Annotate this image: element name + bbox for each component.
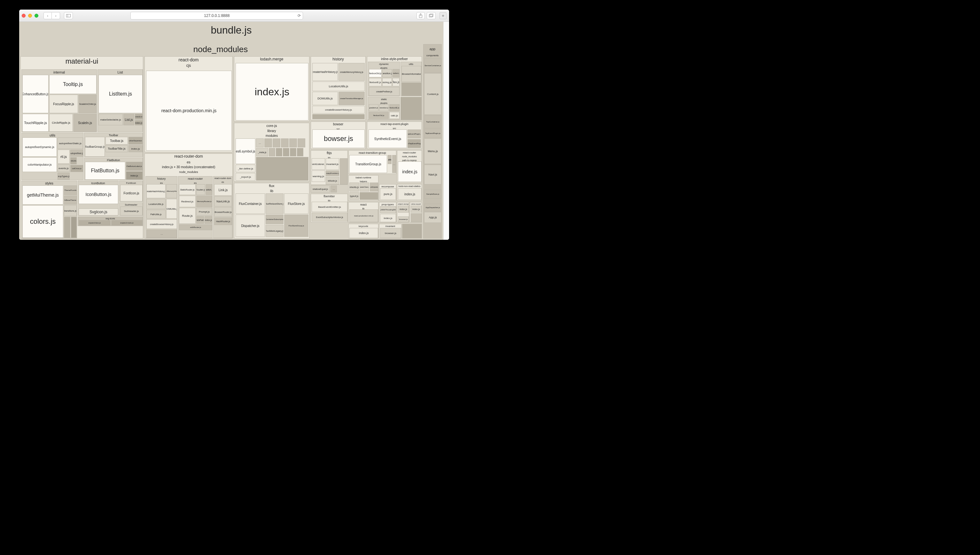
leaf-warning[interactable]: warning.js bbox=[312, 170, 325, 182]
leaf-svg-icon-js[interactable]: SvgIcon.js bbox=[78, 209, 118, 215]
leaf-rr-index2[interactable]: index.js bbox=[398, 162, 421, 182]
leaf-make-selectable[interactable]: makeSelectable.js bbox=[98, 114, 123, 125]
leaf-cj5[interactable] bbox=[289, 138, 297, 148]
leaf-router[interactable]: Router.js bbox=[196, 184, 205, 195]
leaf-navi[interactable]: Navi.js bbox=[424, 165, 441, 184]
leaf-cj1[interactable]: … bbox=[256, 138, 264, 148]
leaf-content[interactable]: Content.js bbox=[424, 73, 441, 115]
leaf-rrd-locutils[interactable]: LocationUtils.js bbox=[146, 199, 166, 209]
leaf-base-emitter[interactable]: BaseEventEmitter.js bbox=[312, 202, 347, 212]
leaf-nested-list[interactable]: NestedList.js bbox=[135, 114, 143, 120]
leaf-cj9[interactable] bbox=[283, 148, 289, 156]
leaf-s-gradient[interactable]: gradient.js bbox=[369, 104, 378, 111]
group-invariant-pkg[interactable]: invariant browser.js bbox=[379, 224, 402, 239]
leaf-app-js[interactable]: App.js bbox=[424, 212, 441, 223]
leaf-rrd-pathutils[interactable]: PathUtils.js bbox=[146, 210, 166, 219]
leaf-cj2[interactable] bbox=[264, 138, 272, 148]
group-core-js[interactable]: core-js library modules es6.symbol.js _i… bbox=[234, 123, 309, 181]
leaf-prompt[interactable]: Prompt.js bbox=[196, 208, 212, 215]
leaf-transitions[interactable]: transitions.js bbox=[64, 205, 77, 216]
leaf-switch[interactable]: Switch.js bbox=[206, 184, 212, 195]
group-material-ui[interactable]: material-ui internal Tooltip.js Enhanced… bbox=[21, 56, 143, 239]
leaf-sizing[interactable]: sizing.js bbox=[382, 78, 392, 86]
leaf-light-base-theme[interactable]: lightBaseTheme.js bbox=[64, 196, 77, 205]
group-react-router-dom[interactable]: react-router-dom es index.js + 30 module… bbox=[144, 154, 233, 239]
leaf-rr-index[interactable]: index.js bbox=[205, 216, 212, 224]
leaf-cj6[interactable] bbox=[298, 138, 305, 148]
leaf-event-sub-vendor[interactable]: EventSubscriptionVendor.js bbox=[312, 213, 347, 221]
leaf-styles-misc1[interactable] bbox=[64, 217, 70, 238]
group-flux[interactable]: flux lib FluxContainer.js FluxReduceStor… bbox=[234, 183, 309, 239]
leaf-rtg-ellipsis[interactable]: … bbox=[392, 155, 396, 173]
leaf-h-chh[interactable]: createHashHistory.js bbox=[312, 63, 338, 81]
leaf-flex[interactable]: flex.js bbox=[392, 78, 400, 86]
leaf-dispatcher[interactable]: Dispatcher.js bbox=[235, 215, 265, 237]
leaf-menu[interactable]: Menu.js bbox=[424, 138, 441, 164]
leaf-events[interactable]: events.js bbox=[58, 164, 70, 172]
group-svg-icons[interactable]: svg-icons expand-less.js expand-more.js bbox=[78, 217, 143, 226]
leaf-autoprefixer-dynamic[interactable]: autoprefixerDynamic.js bbox=[22, 138, 57, 157]
leaf-flexbox-ie[interactable]: flexboxIE.js bbox=[369, 78, 382, 86]
leaf-h-ctm[interactable]: createTransitionManager.js bbox=[338, 92, 365, 105]
leaf-top-container[interactable]: TopContainer.js bbox=[424, 115, 441, 128]
leaf-list-js[interactable]: List.js bbox=[123, 114, 134, 125]
leaf-autoprefixer-static[interactable]: autoprefixerStatic.js bbox=[58, 138, 83, 149]
group-subheader[interactable]: Subheader Subheader.js bbox=[119, 202, 143, 216]
group-keycode[interactable]: keycode index.js bbox=[348, 224, 378, 239]
leaf-h-dom[interactable]: DOMUtils.js bbox=[312, 92, 338, 105]
leaf-rrd-domutils[interactable]: DOMUtils.js bbox=[166, 199, 177, 219]
leaf-br-misc[interactable] bbox=[360, 192, 378, 200]
group-history[interactable]: history createHashHistory.js createMemor… bbox=[311, 56, 366, 120]
leaf-toolbar-separator[interactable]: ToolbarSeparator.js bbox=[128, 137, 143, 144]
leaf-h-cbh[interactable]: createBrowserHistory.js bbox=[312, 106, 365, 114]
group-babel-runtime[interactable]: babel-runtime helpers inherits.js create… bbox=[348, 175, 378, 201]
group-flat-button[interactable]: FlatButton FlatButton.js FlatButtonLabel… bbox=[84, 157, 143, 180]
leaf-flat-button-js[interactable]: FlatButton.js bbox=[85, 162, 125, 180]
leaf-rrd-chh[interactable]: createHashHistory.js bbox=[146, 184, 166, 198]
leaf-nav-link[interactable]: NavLink.js bbox=[214, 196, 232, 207]
leaf-expand-more[interactable]: expand-more.js bbox=[111, 220, 143, 226]
leaf-redirect[interactable]: Redirect.js bbox=[179, 196, 195, 207]
leaf-should-update[interactable]: shouldUpdate.js bbox=[370, 183, 378, 191]
leaf-ve-index[interactable]: index.js bbox=[411, 205, 421, 213]
leaf-toolbar-index[interactable]: index.js bbox=[128, 145, 143, 152]
leaf-react-dom-prod[interactable]: react-dom.production.min.js bbox=[146, 71, 232, 151]
leaf-s-flexboxie[interactable]: flexboxIE.js bbox=[389, 104, 400, 111]
leaf-bottom-misc[interactable] bbox=[402, 224, 422, 239]
minimize-icon[interactable] bbox=[28, 14, 32, 18]
leaf-h-loc[interactable]: LocationUtils.js bbox=[312, 82, 365, 91]
leaf-create-prefixer[interactable]: createPrefixer.js bbox=[369, 87, 400, 96]
leaf-tooltip[interactable]: Tooltip.js bbox=[49, 75, 96, 94]
group-icon-button[interactable]: IconButton IconButton.js SvgIcon SvgIcon… bbox=[78, 181, 118, 216]
leaf-inv-browser[interactable]: browser.js bbox=[380, 228, 401, 238]
leaf-rtg-utils[interactable]: utils bbox=[388, 155, 392, 164]
leaf-flux-mixin[interactable]: FluxMixinLegacy.js bbox=[266, 225, 283, 237]
leaf-react-prod[interactable]: react.production.min.js bbox=[349, 209, 378, 222]
leaf-focus-ripple[interactable]: FocusRipple.js bbox=[49, 95, 78, 113]
leaf-transition[interactable]: transition.js bbox=[382, 69, 392, 77]
leaf-route[interactable]: Route.js bbox=[179, 208, 195, 224]
forward-button[interactable]: › bbox=[52, 12, 60, 19]
leaf-service-container[interactable]: ServiceContainer.js bbox=[424, 58, 441, 72]
reload-icon[interactable]: ⟳ bbox=[298, 13, 301, 18]
leaf-flux-reduce-store[interactable]: FluxReduceStore.js bbox=[266, 193, 283, 214]
group-recompose[interactable]: recompose pure.js bbox=[379, 184, 396, 201]
group-react[interactable]: react lib react.production.min.js bbox=[348, 202, 378, 223]
leaf-colors[interactable]: colors.js bbox=[22, 205, 63, 238]
leaf-color-manipulator[interactable]: colorManipulator.js bbox=[22, 157, 57, 172]
group-rr-pkg[interactable]: react-router node_modules path-to-regexp… bbox=[397, 150, 422, 183]
leaf-subheader-js[interactable]: Subheader.js bbox=[120, 207, 143, 215]
group-fbjs[interactable]: fbjs lib EventListener.js invariant.js e… bbox=[311, 150, 348, 185]
leaf-icon-button-js[interactable]: IconButton.js bbox=[78, 185, 118, 204]
share-button[interactable] bbox=[416, 12, 425, 19]
group-rrd-history[interactable]: history es createHashHistory.js createMe… bbox=[146, 176, 178, 238]
leaf-fact-throw[interactable]: factoryWithThrowingShims.js bbox=[380, 206, 396, 213]
leaf-flexbox-old[interactable]: flexboxOld.js bbox=[369, 69, 382, 77]
leaf-isp-misc[interactable] bbox=[400, 97, 421, 120]
leaf-list-index[interactable]: index.js bbox=[135, 120, 143, 125]
leaf-s-calc[interactable]: calc.js bbox=[389, 112, 400, 119]
leaf-cj3[interactable] bbox=[273, 138, 280, 148]
leaf-transition-group[interactable]: TransitionGroup.js bbox=[349, 155, 387, 173]
leaf-warn-browser[interactable]: browser.js bbox=[398, 217, 409, 222]
leaf-flux-store-group[interactable]: FluxStoreGroup.js bbox=[284, 215, 309, 237]
